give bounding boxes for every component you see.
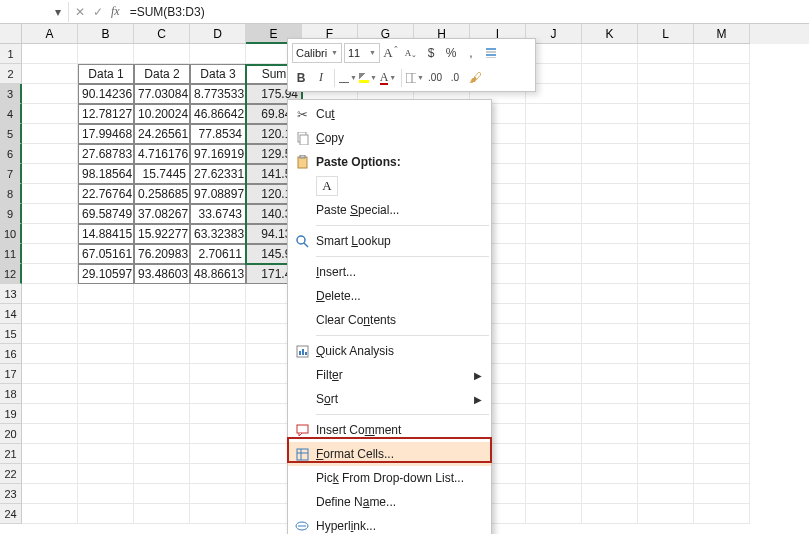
cell[interactable]: 2.70611 xyxy=(190,244,246,264)
cell[interactable] xyxy=(582,84,638,104)
menu-quick-analysis[interactable]: Quick Analysis xyxy=(288,339,491,363)
cell[interactable] xyxy=(638,284,694,304)
enter-button[interactable]: ✓ xyxy=(89,5,107,19)
formula-input[interactable]: =SUM(B3:D3) xyxy=(124,5,809,19)
column-header[interactable]: B xyxy=(78,24,134,44)
cell[interactable] xyxy=(22,224,78,244)
cell[interactable] xyxy=(638,244,694,264)
column-header[interactable]: K xyxy=(582,24,638,44)
currency-button[interactable]: $ xyxy=(422,43,440,63)
cell[interactable] xyxy=(694,444,750,464)
row-header[interactable]: 16 xyxy=(0,344,22,364)
cell[interactable] xyxy=(638,204,694,224)
cell[interactable] xyxy=(22,204,78,224)
name-box-dropdown[interactable]: ▾ xyxy=(50,5,66,19)
cell[interactable]: 4.716176 xyxy=(134,144,190,164)
cell[interactable] xyxy=(638,64,694,84)
row-header[interactable]: 10 xyxy=(0,224,22,244)
cell[interactable] xyxy=(190,284,246,304)
cell[interactable]: Data 3 xyxy=(190,64,246,84)
cell[interactable] xyxy=(22,384,78,404)
cell[interactable]: 77.03084 xyxy=(134,84,190,104)
cell[interactable] xyxy=(582,224,638,244)
cell[interactable]: 22.76764 xyxy=(78,184,134,204)
font-size-picker[interactable]: 11▼ xyxy=(344,43,380,63)
cell[interactable]: 8.773533 xyxy=(190,84,246,104)
cell[interactable] xyxy=(694,364,750,384)
cell[interactable]: 63.32383 xyxy=(190,224,246,244)
row-header[interactable]: 12 xyxy=(0,264,22,284)
menu-format-cells[interactable]: Format Cells... xyxy=(288,442,491,466)
borders-button[interactable]: ▼ xyxy=(339,68,357,88)
row-header[interactable]: 20 xyxy=(0,424,22,444)
cell[interactable]: 97.16919 xyxy=(190,144,246,164)
cell[interactable]: 69.58749 xyxy=(78,204,134,224)
cell[interactable] xyxy=(582,184,638,204)
font-color-button[interactable]: A▼ xyxy=(379,68,397,88)
cell[interactable] xyxy=(582,464,638,484)
cell[interactable]: 14.88415 xyxy=(78,224,134,244)
cell[interactable] xyxy=(22,504,78,524)
bold-button[interactable]: B xyxy=(292,68,310,88)
cancel-button[interactable]: ✕ xyxy=(71,5,89,19)
cell[interactable] xyxy=(22,324,78,344)
cell[interactable] xyxy=(22,284,78,304)
cell[interactable] xyxy=(638,124,694,144)
comma-button[interactable]: , xyxy=(462,43,480,63)
cell[interactable] xyxy=(638,44,694,64)
cell[interactable] xyxy=(694,384,750,404)
cell[interactable] xyxy=(526,144,582,164)
cell[interactable]: 12.78127 xyxy=(78,104,134,124)
cell[interactable] xyxy=(694,344,750,364)
cell[interactable] xyxy=(190,444,246,464)
row-header[interactable]: 18 xyxy=(0,384,22,404)
format-painter-button[interactable]: 🖌 xyxy=(466,68,484,88)
paste-all-button[interactable]: A xyxy=(316,176,338,196)
cell[interactable] xyxy=(78,464,134,484)
cell[interactable] xyxy=(694,224,750,244)
cell[interactable] xyxy=(638,344,694,364)
cell[interactable] xyxy=(190,424,246,444)
cell[interactable] xyxy=(22,464,78,484)
cell[interactable] xyxy=(694,84,750,104)
cell[interactable] xyxy=(694,104,750,124)
cell[interactable] xyxy=(638,424,694,444)
cell[interactable]: Data 1 xyxy=(78,64,134,84)
cell[interactable]: 33.6743 xyxy=(190,204,246,224)
cell[interactable] xyxy=(582,484,638,504)
cell[interactable] xyxy=(134,404,190,424)
cell[interactable]: 0.258685 xyxy=(134,184,190,204)
cell[interactable] xyxy=(582,164,638,184)
cell[interactable] xyxy=(190,404,246,424)
cell[interactable] xyxy=(582,144,638,164)
cell[interactable] xyxy=(22,64,78,84)
row-header[interactable]: 7 xyxy=(0,164,22,184)
cell[interactable] xyxy=(694,204,750,224)
menu-smart-lookup[interactable]: Smart Lookup xyxy=(288,229,491,253)
row-header[interactable]: 1 xyxy=(0,44,22,64)
row-header[interactable]: 14 xyxy=(0,304,22,324)
cell[interactable] xyxy=(78,284,134,304)
row-header[interactable]: 9 xyxy=(0,204,22,224)
cell[interactable] xyxy=(78,424,134,444)
row-header[interactable]: 3 xyxy=(0,84,22,104)
cell[interactable] xyxy=(78,384,134,404)
menu-insert[interactable]: Insert... xyxy=(288,260,491,284)
menu-insert-comment[interactable]: Insert Comment xyxy=(288,418,491,442)
select-all-corner[interactable] xyxy=(0,24,22,44)
row-header[interactable]: 6 xyxy=(0,144,22,164)
cell[interactable] xyxy=(22,404,78,424)
cell[interactable] xyxy=(638,384,694,404)
cell[interactable] xyxy=(582,44,638,64)
cell[interactable] xyxy=(78,484,134,504)
row-header[interactable]: 15 xyxy=(0,324,22,344)
cell[interactable] xyxy=(582,124,638,144)
menu-paste-special[interactable]: Paste Special... xyxy=(288,198,491,222)
cell[interactable] xyxy=(22,164,78,184)
cell[interactable] xyxy=(22,444,78,464)
cell[interactable] xyxy=(694,64,750,84)
cell[interactable] xyxy=(694,124,750,144)
cell[interactable]: 24.26561 xyxy=(134,124,190,144)
cell[interactable]: 15.7445 xyxy=(134,164,190,184)
cell[interactable] xyxy=(694,324,750,344)
